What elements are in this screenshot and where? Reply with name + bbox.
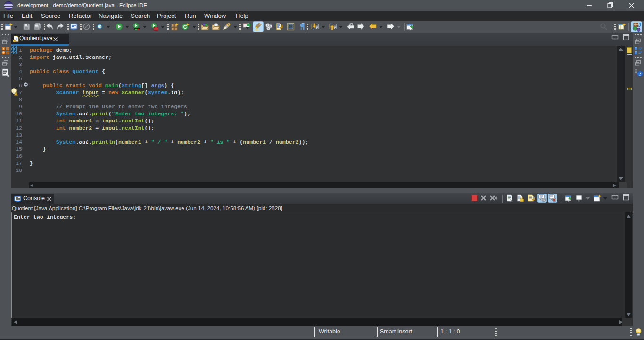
svg-text:?: ? [639,72,641,77]
svg-text:J: J [638,22,641,28]
